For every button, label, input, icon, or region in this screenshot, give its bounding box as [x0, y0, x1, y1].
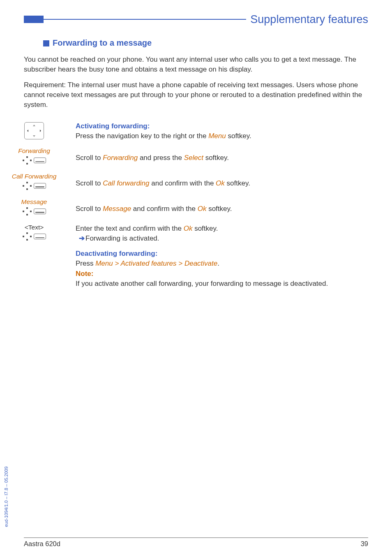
rocker-softkey-icon: [22, 207, 46, 216]
rocker-softkey-icon: [22, 232, 46, 241]
s4-a: Scroll to: [76, 205, 103, 213]
step-icon-col: [0, 249, 76, 289]
step-row: Call Forwarding Scroll to Call forwardin…: [0, 173, 392, 193]
callfwd-term: Call forwarding: [103, 179, 149, 187]
intro-p2: Requirement: The internal user must have…: [24, 80, 368, 110]
step-row: Activating forwarding: Press the navigat…: [0, 121, 392, 142]
note-label: Note:: [76, 270, 93, 278]
section-heading: Forwarding to a message: [43, 37, 368, 49]
message-term: Message: [103, 205, 131, 213]
step-label: Forwarding: [0, 147, 68, 155]
step-row: Message Scroll to Message and confirm wi…: [0, 198, 392, 219]
note-text: If you activate another call forwarding,…: [76, 279, 368, 289]
select-term: Select: [184, 154, 203, 162]
nav-key-icon: [24, 122, 44, 139]
step-label: Message: [0, 198, 68, 206]
forwarding-term: Forwarding: [103, 154, 138, 162]
ok-term3: Ok: [184, 225, 193, 232]
step-icon-col: Call Forwarding: [0, 173, 76, 193]
s2-a: Scroll to: [76, 154, 103, 162]
page-header: Supplementary features: [24, 12, 368, 27]
activated-term: Activated features: [120, 259, 176, 267]
arrow-icon: ➔: [79, 234, 85, 242]
s4-c: softkey.: [206, 205, 232, 213]
s2-b: and press the: [138, 154, 184, 162]
intro-text: You cannot be reached on your phone. You…: [24, 55, 368, 110]
step-icon-col: <Text>: [0, 224, 76, 244]
s5-a: Enter the text and confirm with the: [76, 225, 184, 232]
step-label: Call Forwarding: [0, 173, 68, 181]
s6-dot: .: [217, 259, 219, 267]
menu-term2: Menu: [95, 259, 113, 267]
page-number: 39: [361, 539, 368, 549]
s4-b: and confirm with the: [131, 205, 198, 213]
step-text: Activating forwarding: Press the navigat…: [76, 121, 392, 142]
rocker-softkey-icon: [22, 156, 46, 165]
step-icon-col: Message: [0, 198, 76, 219]
step-text: Scroll to Forwarding and press the Selec…: [76, 147, 392, 168]
s3-a: Scroll to: [76, 179, 103, 187]
footer-model: Aastra 620d: [24, 539, 60, 549]
doc-id-sidebar: eud-1094/1.0 – I7.8 – 05.2009: [3, 467, 10, 527]
s6-press: Press: [76, 259, 95, 267]
s5-b: softkey.: [192, 225, 218, 232]
step-row: Deactivating forwarding: Press Menu > Ac…: [0, 249, 392, 289]
step-text: Scroll to Message and confirm with the O…: [76, 198, 392, 219]
intro-p1: You cannot be reached on your phone. You…: [24, 55, 368, 74]
s3-b: and confirm with the: [150, 179, 216, 187]
step1-b: softkey.: [226, 132, 251, 140]
s2-c: softkey.: [203, 154, 229, 162]
step-text: Deactivating forwarding: Press Menu > Ac…: [76, 249, 392, 289]
step-row: <Text> Enter the text and confirm with t…: [0, 224, 392, 244]
header-accent-block: [24, 16, 44, 23]
step1-a: Press the navigation key to the right or…: [76, 132, 208, 140]
step-icon-col: [0, 121, 76, 142]
activating-title: Activating forwarding:: [76, 122, 150, 130]
rocker-softkey-icon: [22, 181, 46, 190]
deactivate-term: Deactivate: [184, 259, 217, 267]
menu-term: Menu: [208, 132, 226, 140]
step-text: Enter the text and confirm with the Ok s…: [76, 224, 392, 244]
step-icon-col: Forwarding: [0, 147, 76, 168]
header-rule: [44, 19, 246, 20]
footer-rule: [24, 537, 368, 538]
section-title: Forwarding to a message: [53, 37, 152, 49]
ok-term2: Ok: [198, 205, 207, 213]
steps-list: Activating forwarding: Press the navigat…: [0, 121, 392, 289]
deactivating-title: Deactivating forwarding:: [76, 250, 157, 257]
step-text: Scroll to Call forwarding and confirm wi…: [76, 173, 392, 193]
ok-term: Ok: [216, 179, 225, 187]
page-title: Supplementary features: [250, 12, 368, 27]
step-label-text: <Text>: [0, 224, 68, 232]
heading-bullet-icon: [43, 40, 49, 46]
step-row: Forwarding Scroll to Forwarding and pres…: [0, 147, 392, 168]
s3-c: softkey.: [225, 179, 250, 187]
gt2: >: [177, 259, 184, 267]
s5-result: Forwarding is activated.: [85, 234, 159, 242]
gt1: >: [113, 259, 121, 267]
